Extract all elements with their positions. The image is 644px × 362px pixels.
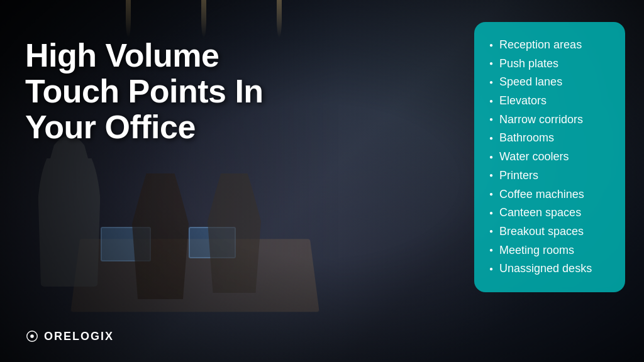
list-card: Reception areasPush platesSpeed lanesEle… (474, 22, 625, 292)
title-line3: Your Office (25, 109, 196, 145)
list-item: Reception areas (489, 36, 610, 55)
list-item: Meeting rooms (489, 241, 610, 260)
list-item: Elevators (489, 92, 610, 111)
logo-area: ORELOGIX (25, 329, 114, 343)
list-item: Canteen spaces (489, 204, 610, 222)
title-line1: High Volume (25, 37, 219, 74)
logo-icon (25, 329, 39, 343)
list-item: Bathrooms (489, 129, 610, 148)
main-title: High Volume Touch Points In Your Office (25, 38, 296, 146)
list-item: Speed lanes (489, 73, 610, 92)
title-line2: Touch Points In (25, 73, 264, 109)
list-item: Push plates (489, 55, 610, 74)
list-item: Printers (489, 167, 610, 185)
touch-points-list: Reception areasPush platesSpeed lanesEle… (489, 36, 610, 278)
logo-text: ORELOGIX (44, 330, 114, 343)
svg-point-1 (30, 334, 34, 338)
list-item: Coffee machines (489, 185, 610, 204)
background: High Volume Touch Points In Your Office … (0, 0, 644, 362)
list-item: Unassigned desks (489, 260, 610, 278)
list-item: Breakout spaces (489, 222, 610, 241)
title-panel: High Volume Touch Points In Your Office (25, 38, 296, 146)
list-item: Water coolers (489, 148, 610, 167)
list-item: Narrow corridors (489, 111, 610, 129)
